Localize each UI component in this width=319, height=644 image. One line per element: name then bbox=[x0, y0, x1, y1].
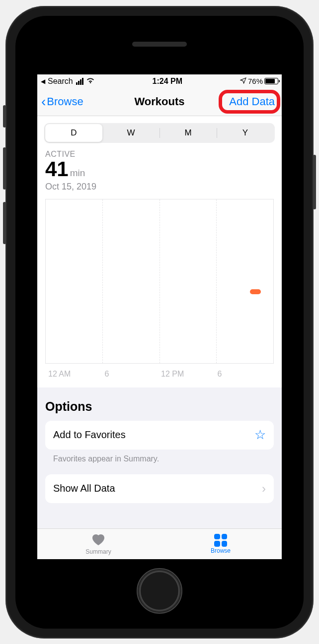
segment-week[interactable]: W bbox=[102, 124, 160, 142]
segment-year[interactable]: Y bbox=[217, 124, 274, 142]
time-range-segmented-control: D W M Y bbox=[44, 123, 275, 143]
axis-tick: 6 bbox=[218, 370, 274, 379]
back-button[interactable]: ‹ Browse bbox=[41, 95, 83, 109]
speaker-grille bbox=[132, 42, 187, 47]
chart-x-axis: 12 AM 6 12 PM 6 bbox=[48, 370, 274, 379]
activity-chart[interactable]: 12 AM 6 12 PM 6 bbox=[37, 199, 282, 387]
tab-summary[interactable]: Summary bbox=[37, 529, 160, 559]
clock: 1:24 PM bbox=[95, 77, 240, 86]
stat-label: ACTIVE bbox=[45, 150, 274, 159]
battery-percent: 76% bbox=[248, 77, 263, 85]
tab-browse[interactable]: Browse bbox=[160, 529, 282, 559]
stat-unit: min bbox=[70, 168, 85, 178]
grid-icon bbox=[214, 534, 227, 547]
back-button-label: Browse bbox=[47, 95, 83, 108]
segment-month[interactable]: M bbox=[160, 124, 217, 142]
tab-label: Browse bbox=[211, 547, 231, 554]
back-to-app-icon[interactable]: ◀ bbox=[41, 78, 45, 85]
tab-label: Summary bbox=[85, 548, 111, 555]
screen: ◀ Search 1:24 PM 76% bbox=[37, 74, 282, 559]
star-outline-icon: ☆ bbox=[254, 427, 266, 443]
options-heading: Options bbox=[45, 399, 274, 414]
axis-tick: 12 PM bbox=[161, 370, 218, 379]
axis-tick: 6 bbox=[105, 370, 161, 379]
power-button bbox=[313, 155, 316, 209]
volume-down-button bbox=[3, 202, 6, 244]
home-button[interactable] bbox=[137, 568, 182, 614]
show-all-data-row[interactable]: Show All Data › bbox=[45, 474, 274, 503]
battery-icon bbox=[264, 78, 278, 84]
options-section: Options Add to Favorites ☆ Favorites app… bbox=[37, 387, 282, 528]
chevron-left-icon: ‹ bbox=[41, 95, 46, 109]
tab-bar: Summary Browse bbox=[37, 528, 282, 559]
add-data-button[interactable]: Add Data bbox=[226, 93, 278, 110]
stat-value: 41 bbox=[45, 157, 69, 181]
navigation-bar: ‹ Browse Workouts Add Data bbox=[37, 88, 282, 116]
cellular-signal-icon bbox=[76, 78, 83, 85]
location-icon bbox=[240, 77, 246, 85]
favorites-hint: Favorites appear in Summary. bbox=[45, 450, 274, 474]
heart-icon bbox=[91, 533, 106, 548]
chevron-right-icon: › bbox=[262, 482, 266, 496]
cell-label: Add to Favorites bbox=[53, 429, 126, 441]
chart-grid bbox=[45, 199, 274, 364]
wifi-icon bbox=[86, 77, 95, 85]
cell-label: Show All Data bbox=[53, 483, 115, 494]
segment-day[interactable]: D bbox=[45, 124, 102, 142]
silence-switch bbox=[3, 105, 6, 128]
axis-tick: 12 AM bbox=[48, 370, 105, 379]
phone-frame: ◀ Search 1:24 PM 76% bbox=[5, 6, 314, 639]
volume-up-button bbox=[3, 147, 6, 190]
status-bar: ◀ Search 1:24 PM 76% bbox=[37, 74, 282, 88]
back-to-app-label[interactable]: Search bbox=[48, 77, 73, 86]
stat-date: Oct 15, 2019 bbox=[45, 182, 274, 192]
chart-data-point bbox=[250, 289, 261, 294]
add-to-favorites-row[interactable]: Add to Favorites ☆ bbox=[45, 421, 274, 450]
summary-stat: ACTIVE 41min Oct 15, 2019 bbox=[37, 143, 282, 194]
